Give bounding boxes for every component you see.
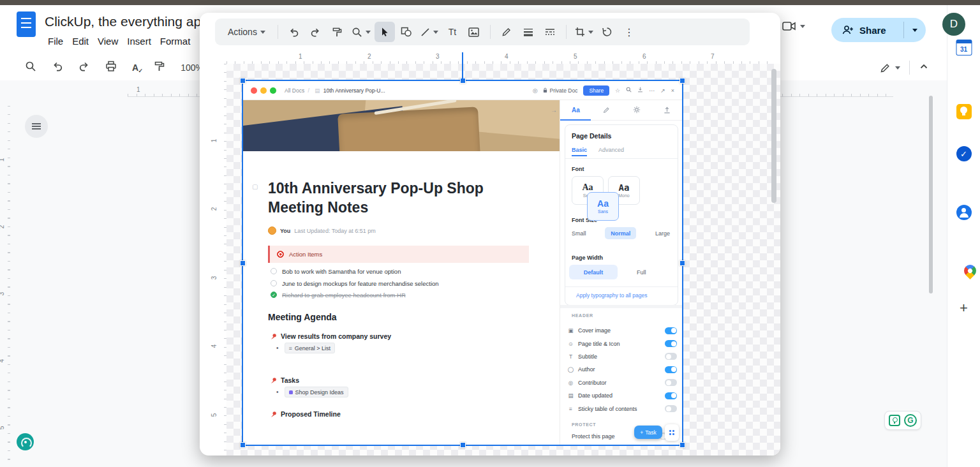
toggle-switch[interactable]	[665, 379, 677, 386]
share-tab[interactable]	[664, 105, 671, 116]
toggle-switch[interactable]	[665, 366, 677, 373]
tab-basic[interactable]: Basic	[572, 147, 587, 153]
more-options-button[interactable]: ⋮	[619, 22, 639, 42]
size-large[interactable]: Large	[655, 230, 670, 237]
size-normal[interactable]: Normal	[605, 227, 636, 239]
width-full[interactable]: Full	[637, 269, 646, 276]
toggle-row-cover-image[interactable]: ▣ Cover image	[567, 324, 677, 337]
suggestions-bulb-icon[interactable]	[889, 415, 900, 426]
text-tool-button[interactable]: Tt	[442, 22, 463, 42]
menu-file[interactable]: File	[43, 34, 68, 48]
more-icon[interactable]: ⋯	[649, 87, 655, 94]
apps-grid-button[interactable]	[665, 424, 679, 441]
reset-image-button[interactable]	[597, 22, 618, 42]
agenda-item-survey[interactable]: View results from company survey	[270, 332, 391, 340]
border-dash-button[interactable]	[540, 22, 560, 42]
privacy-badge[interactable]: Private Doc	[543, 87, 577, 94]
share-dropdown[interactable]	[904, 18, 926, 42]
toggle-switch[interactable]	[665, 392, 677, 399]
author-name[interactable]: You	[280, 228, 290, 234]
action-items-callout[interactable]: Action Items	[268, 246, 529, 263]
show-outline-button[interactable]	[25, 115, 48, 138]
task-reference-chip[interactable]: Shop Design Ideas	[285, 387, 348, 397]
zoom-button[interactable]	[349, 22, 373, 42]
checkbox-icon[interactable]: ✓	[271, 280, 277, 286]
close-traffic-light[interactable]	[251, 87, 257, 94]
close-icon[interactable]: ×	[671, 87, 674, 94]
undo-icon[interactable]	[52, 61, 63, 75]
insert-image-button[interactable]	[464, 22, 484, 42]
undo-button[interactable]	[284, 22, 304, 42]
border-weight-button[interactable]	[518, 22, 538, 42]
export-icon[interactable]	[637, 87, 643, 94]
toggle-row-date-updated[interactable]: ▤ Date updated	[567, 389, 677, 402]
maximize-traffic-light[interactable]	[270, 87, 276, 94]
paint-format-icon[interactable]	[154, 61, 165, 75]
editing-mode-button[interactable]	[880, 63, 900, 73]
toggle-switch[interactable]	[665, 353, 677, 360]
keep-icon[interactable]	[956, 104, 972, 119]
checklist-item[interactable]: ✓ Bob to work with Samantha for venue op…	[271, 266, 401, 276]
add-addon-button[interactable]: +	[960, 300, 968, 316]
typography-tab[interactable]: Aa	[572, 107, 580, 114]
list-reference-chip[interactable]: ≡ General > List	[285, 343, 336, 353]
docs-logo-icon[interactable]	[17, 11, 36, 37]
calendar-icon[interactable]: 31	[956, 40, 972, 56]
redo-button[interactable]	[306, 22, 326, 42]
doc-title[interactable]: ClickUp, the everything ap	[45, 14, 201, 29]
checklist-item[interactable]: ✓ June to design mockups for feature mer…	[271, 278, 439, 288]
checkbox-icon[interactable]: ✓	[271, 268, 277, 274]
author-avatar[interactable]	[268, 226, 276, 235]
cover-image[interactable]	[243, 100, 560, 151]
width-default[interactable]: Default	[569, 265, 618, 279]
inserted-screenshot-image[interactable]: All Docs / ▤ 10th Anniversary Pop-U... ◎…	[243, 81, 682, 445]
canvas-scrollbar[interactable]	[771, 69, 776, 203]
minimize-traffic-light[interactable]	[260, 87, 267, 94]
breadcrumb-root[interactable]: All Docs	[285, 87, 304, 94]
share-button[interactable]: Share	[831, 18, 926, 42]
agenda-item-timeline[interactable]: Proposed Timeline	[270, 410, 341, 418]
settings-tab[interactable]	[633, 105, 641, 116]
drawing-canvas[interactable]: All Docs / ▤ 10th Anniversary Pop-U... ◎…	[226, 64, 780, 456]
spellcheck-icon[interactable]: A✓	[132, 63, 138, 73]
search-icon[interactable]	[626, 87, 632, 94]
expand-icon[interactable]: ↗	[660, 87, 665, 94]
redo-icon[interactable]	[78, 61, 90, 75]
apply-typography-link[interactable]: Apply typography to all pages	[576, 292, 648, 299]
toggle-switch[interactable]	[665, 327, 677, 334]
menu-edit[interactable]: Edit	[68, 34, 93, 48]
record-icon[interactable]: ◎	[533, 87, 538, 94]
favorite-icon[interactable]: ☆	[615, 87, 620, 94]
line-tool-button[interactable]	[418, 22, 441, 42]
crop-button[interactable]	[572, 22, 596, 42]
style-tab[interactable]	[603, 105, 610, 116]
collapse-panel-icon[interactable]: →	[551, 107, 557, 114]
checkbox-icon[interactable]: ✓	[271, 292, 277, 298]
font-option-mono[interactable]: Aa Mono	[608, 176, 640, 205]
meet-button[interactable]	[782, 20, 805, 32]
page-title-line2[interactable]: Meeting Notes	[268, 199, 368, 216]
grammarly-icon[interactable]: G	[904, 414, 917, 427]
contacts-icon[interactable]	[956, 205, 972, 220]
paint-format-button[interactable]	[327, 22, 348, 42]
toggle-row-page-title[interactable]: ☺ Page title & Icon	[567, 337, 677, 350]
checklist-item[interactable]: ✓ Richard to grab employee headcount fro…	[271, 290, 406, 300]
tasks-icon[interactable]: ✓	[956, 146, 972, 161]
share-button-main[interactable]: Share	[831, 18, 903, 42]
search-icon[interactable]	[25, 61, 36, 75]
font-option-serif[interactable]: Aa Serif	[572, 176, 604, 205]
select-tool-button[interactable]	[375, 22, 395, 42]
menu-view[interactable]: View	[93, 34, 122, 48]
document-scrollbar[interactable]	[929, 96, 933, 293]
shape-tool-button[interactable]	[396, 22, 417, 42]
tab-advanced[interactable]: Advanced	[598, 147, 624, 153]
toggle-switch[interactable]	[665, 405, 677, 412]
toggle-row-sticky-toc[interactable]: ≡ Sticky table of contents	[567, 402, 677, 415]
size-small[interactable]: Small	[572, 230, 586, 237]
toggle-row-contributor[interactable]: ◎ Contributor	[567, 376, 677, 389]
add-task-button[interactable]: + Task	[634, 426, 662, 439]
print-icon[interactable]	[105, 61, 117, 75]
maps-icon[interactable]	[961, 262, 979, 279]
agenda-item-tasks[interactable]: Tasks	[270, 376, 299, 384]
actions-menu-button[interactable]: Actions	[221, 22, 272, 42]
